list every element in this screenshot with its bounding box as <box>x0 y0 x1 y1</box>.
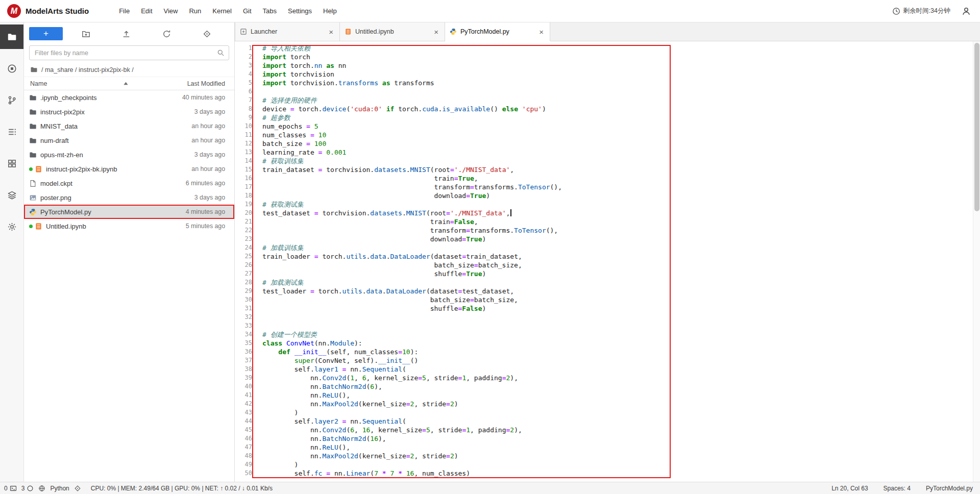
menu-file[interactable]: File <box>113 5 135 17</box>
refresh-button[interactable] <box>162 30 171 38</box>
code-line[interactable]: def __init__(self, num_classes=10): <box>262 348 562 356</box>
code-line[interactable]: nn.ReLU(), <box>262 443 562 452</box>
code-line[interactable]: # 加载训练集 <box>262 243 562 252</box>
home-folder-icon[interactable] <box>30 66 38 73</box>
code-line[interactable]: import torch <box>262 53 562 61</box>
code-line[interactable]: shuffle=True) <box>262 269 562 278</box>
code-line[interactable]: import torchvision <box>262 70 562 79</box>
menu-run[interactable]: Run <box>183 5 207 17</box>
code-line[interactable]: # 选择使用的硬件 <box>262 96 562 105</box>
cursor-position[interactable]: Ln 20, Col 63 <box>831 485 868 492</box>
file-row[interactable]: PyTorchModel.py4 minutes ago <box>24 205 234 219</box>
code-line[interactable]: super(ConvNet, self).__init__() <box>262 356 562 365</box>
sidebar-item-snippets[interactable] <box>0 183 23 207</box>
tab-close-icon[interactable]: × <box>432 28 440 36</box>
editor-scrollbar[interactable] <box>973 41 980 482</box>
code-line[interactable]: train=False, <box>262 217 562 226</box>
menu-tabs[interactable]: Tabs <box>257 5 282 17</box>
breadcrumb-path[interactable]: / ma_share / instruct-pix2pix-bk / <box>41 66 134 73</box>
file-row[interactable]: Untitled.ipynb5 minutes ago <box>24 219 234 233</box>
upload-button[interactable] <box>122 30 131 38</box>
indentation-setting[interactable]: Spaces: 4 <box>884 485 911 492</box>
code-line[interactable]: download=True) <box>262 191 562 200</box>
file-row[interactable]: poster.png3 days ago <box>24 190 234 205</box>
code-line[interactable]: transform=transforms.ToTensor(), <box>262 226 562 235</box>
code-line[interactable]: nn.MaxPool2d(kernel_size=2, stride=2) <box>262 452 562 460</box>
menu-view[interactable]: View <box>158 5 184 17</box>
file-row[interactable]: model.ckpt6 minutes ago <box>24 176 234 190</box>
file-row[interactable]: num-draftan hour ago <box>24 133 234 147</box>
code-line[interactable]: self.layer1 = nn.Sequential( <box>262 365 562 374</box>
sidebar-item-git[interactable] <box>0 88 23 112</box>
code-line[interactable]: # 获取测试集 <box>262 200 562 209</box>
scrollbar-thumb[interactable] <box>974 43 979 211</box>
code-line[interactable]: class ConvNet(nn.Module): <box>262 339 562 348</box>
menu-kernel[interactable]: Kernel <box>207 5 237 17</box>
globe-icon[interactable] <box>38 485 45 492</box>
code-line[interactable]: import torch.nn as nn <box>262 61 562 70</box>
code-line[interactable]: batch_size = 100 <box>262 139 562 148</box>
sidebar-item-settings[interactable] <box>0 214 23 239</box>
code-line[interactable]: test_dataset = torchvision.datasets.MNIS… <box>262 209 562 217</box>
menu-settings[interactable]: Settings <box>282 5 317 17</box>
code-editor[interactable]: 1234567891011121314151617181920212223242… <box>235 41 980 478</box>
git-status-icon[interactable] <box>74 485 81 492</box>
tab-close-icon[interactable]: × <box>327 28 335 36</box>
code-line[interactable]: shuffle=False) <box>262 304 562 313</box>
code-line[interactable]: self.layer2 = nn.Sequential( <box>262 417 562 426</box>
sidebar-item-table-of-contents[interactable] <box>0 119 23 144</box>
code-line[interactable]: nn.Conv2d(6, 16, kernel_size=5, stride=1… <box>262 426 562 434</box>
code-content[interactable]: # 导入相关依赖import torchimport torch.nn as n… <box>257 44 562 478</box>
code-line[interactable] <box>262 322 562 330</box>
new-launcher-button[interactable]: + <box>29 27 63 40</box>
git-clone-button[interactable] <box>203 30 211 38</box>
code-line[interactable]: batch_size=batch_size, <box>262 295 562 304</box>
code-line[interactable]: ) <box>262 408 562 417</box>
file-row[interactable]: instruct-pix2pix-bk.ipynban hour ago <box>24 162 234 176</box>
code-line[interactable]: batch_size=batch_size, <box>262 261 562 269</box>
kernels-indicator[interactable]: 3 <box>21 485 34 492</box>
sidebar-item-extensions[interactable] <box>0 151 23 176</box>
file-row[interactable]: MNIST_dataan hour ago <box>24 119 234 133</box>
code-line[interactable]: # 获取训练集 <box>262 157 562 165</box>
code-line[interactable]: num_classes = 10 <box>262 131 562 139</box>
code-line[interactable]: num_epochs = 5 <box>262 122 562 131</box>
column-header-name[interactable]: Name <box>30 80 164 87</box>
tab-launcher[interactable]: Launcher× <box>235 22 340 41</box>
code-line[interactable]: train_loader = torch.utils.data.DataLoad… <box>262 252 562 261</box>
code-line[interactable]: # 创建一个模型类 <box>262 330 562 339</box>
tab-untitled-ipynb[interactable]: Untitled.ipynb× <box>340 22 445 41</box>
code-line[interactable] <box>262 87 562 96</box>
tab-close-icon[interactable]: × <box>537 28 545 36</box>
code-line[interactable]: learning_rate = 0.001 <box>262 148 562 157</box>
code-line[interactable]: ) <box>262 460 562 469</box>
code-line[interactable]: # 加载测试集 <box>262 278 562 287</box>
file-filter-input[interactable] <box>35 50 217 57</box>
menu-edit[interactable]: Edit <box>135 5 158 17</box>
terminals-indicator[interactable]: 0 <box>4 485 17 492</box>
code-line[interactable]: nn.Conv2d(1, 6, kernel_size=5, stride=1,… <box>262 374 562 382</box>
tab-pytorchmodel-py[interactable]: PyTorchModel.py× <box>445 22 550 41</box>
user-icon[interactable] <box>962 7 971 16</box>
sidebar-item-running-sessions[interactable] <box>0 56 23 81</box>
code-line[interactable]: import torchvision.transforms as transfo… <box>262 79 562 87</box>
menu-git[interactable]: Git <box>237 5 257 17</box>
code-line[interactable]: nn.BatchNorm2d(16), <box>262 434 562 443</box>
code-line[interactable]: nn.MaxPool2d(kernel_size=2, stride=2) <box>262 400 562 408</box>
code-line[interactable]: download=True) <box>262 235 562 243</box>
code-line[interactable]: train=True, <box>262 174 562 183</box>
file-row[interactable]: instruct-pix2pix3 days ago <box>24 105 234 119</box>
menu-help[interactable]: Help <box>317 5 342 17</box>
breadcrumb[interactable]: / ma_share / instruct-pix2pix-bk / <box>24 62 234 77</box>
kernel-language[interactable]: Python <box>50 485 69 492</box>
new-folder-button[interactable] <box>82 30 90 38</box>
sidebar-item-file-browser[interactable] <box>0 24 23 49</box>
code-line[interactable]: train_dataset = torchvision.datasets.MNI… <box>262 165 562 174</box>
code-line[interactable] <box>262 313 562 322</box>
code-line[interactable]: nn.BatchNorm2d(6), <box>262 382 562 391</box>
code-line[interactable]: nn.ReLU(), <box>262 391 562 400</box>
code-line[interactable]: test_loader = torch.utils.data.DataLoade… <box>262 287 562 295</box>
column-header-modified[interactable]: Last Modified <box>164 80 225 87</box>
code-line[interactable]: # 超参数 <box>262 113 562 122</box>
code-line[interactable]: transform=transforms.ToTensor(), <box>262 183 562 191</box>
